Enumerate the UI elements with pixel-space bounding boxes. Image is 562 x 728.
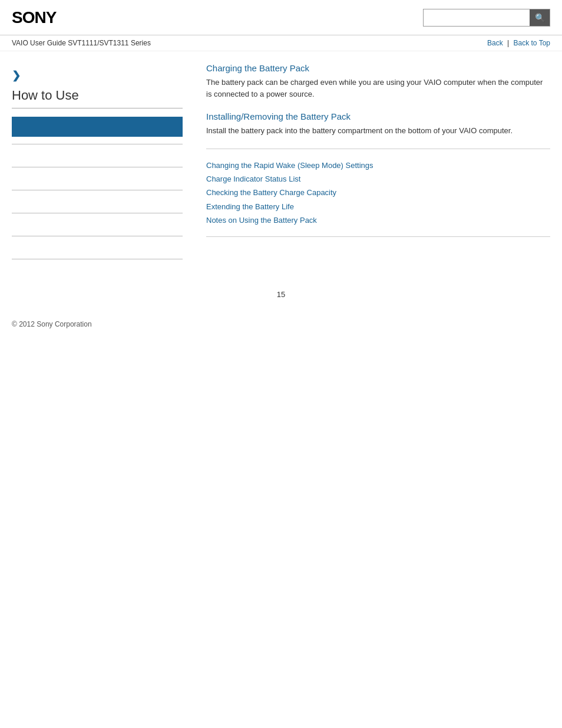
sidebar-blank-3: [12, 197, 183, 206]
charging-title-link[interactable]: Charging the Battery Pack: [206, 63, 550, 73]
sidebar-divider-3: [12, 190, 183, 190]
search-button[interactable]: 🔍: [530, 9, 550, 26]
header: SONY 🔍: [0, 0, 562, 35]
footer: © 2012 Sony Corporation: [0, 311, 562, 338]
nav-links: Back | Back to Top: [487, 39, 550, 47]
link-charge-indicator[interactable]: Charge Indicator Status List: [206, 172, 550, 186]
sidebar-divider-2: [12, 167, 183, 167]
search-icon: 🔍: [535, 13, 545, 22]
guide-title: VAIO User Guide SVT1111/SVT1311 Series: [12, 39, 151, 47]
link-checking-charge[interactable]: Checking the Battery Charge Capacity: [206, 186, 550, 199]
sidebar-title: How to Use: [12, 88, 183, 108]
search-input[interactable]: [424, 9, 530, 26]
main-content: ❯ How to Use Charging the Battery Pack T…: [0, 51, 562, 278]
sidebar-divider-1: [12, 144, 183, 144]
content-area: Charging the Battery Pack The battery pa…: [194, 63, 550, 266]
link-rapid-wake[interactable]: Changing the Rapid Wake (Sleep Mode) Set…: [206, 159, 550, 172]
charging-section: Charging the Battery Pack The battery pa…: [206, 63, 550, 100]
sub-header: VAIO User Guide SVT1111/SVT1311 Series B…: [0, 35, 562, 51]
sidebar-chevron-icon[interactable]: ❯: [12, 69, 183, 82]
content-divider-2: [206, 236, 550, 237]
back-to-top-link[interactable]: Back to Top: [514, 39, 550, 47]
search-box: 🔍: [423, 9, 550, 27]
page-number: 15: [0, 278, 562, 311]
sidebar-divider-6: [12, 259, 183, 259]
nav-separator: |: [507, 39, 509, 47]
sidebar: ❯ How to Use: [12, 63, 194, 266]
sidebar-blank-4: [12, 220, 183, 229]
link-notes-battery[interactable]: Notes on Using the Battery Pack: [206, 213, 550, 227]
copyright-text: © 2012 Sony Corporation: [12, 320, 92, 328]
content-divider: [206, 149, 550, 149]
link-extending-life[interactable]: Extending the Battery Life: [206, 200, 550, 213]
sony-logo: SONY: [12, 8, 56, 27]
back-link[interactable]: Back: [487, 39, 503, 47]
charging-description: The battery pack can be charged even whi…: [206, 77, 550, 100]
sidebar-blank-5: [12, 243, 183, 252]
sidebar-divider-4: [12, 213, 183, 213]
sidebar-divider-5: [12, 236, 183, 236]
installing-description: Install the battery pack into the batter…: [206, 125, 550, 137]
installing-title-link[interactable]: Installing/Removing the Battery Pack: [206, 111, 550, 121]
sidebar-blank-1: [12, 151, 183, 160]
sidebar-active-item[interactable]: [12, 117, 183, 137]
sidebar-blank-2: [12, 174, 183, 183]
installing-section: Installing/Removing the Battery Pack Ins…: [206, 111, 550, 137]
small-links-section: Changing the Rapid Wake (Sleep Mode) Set…: [206, 159, 550, 228]
